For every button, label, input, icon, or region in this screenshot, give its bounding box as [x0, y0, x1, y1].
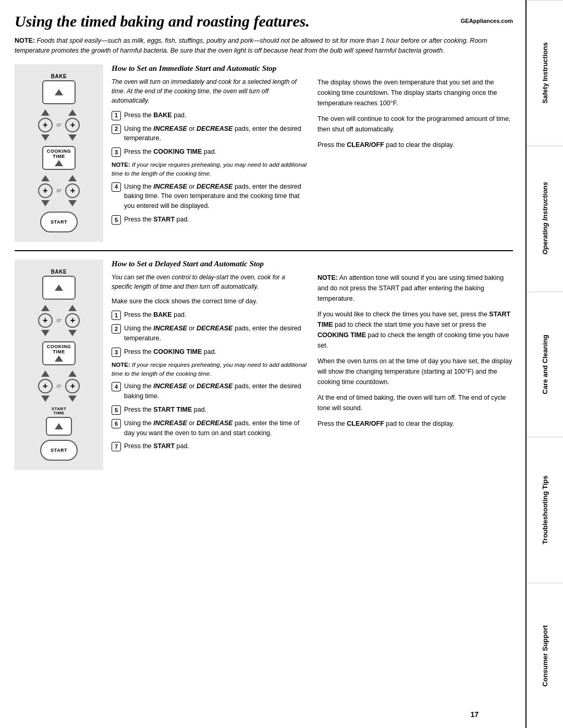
step-2-1: 1 Press the BAKE pad. — [112, 310, 307, 320]
section2-col-right: NOTE: An attention tone will sound if yo… — [317, 273, 513, 455]
cooking-time-arrow — [55, 160, 63, 166]
step-1-4: 4 Using the INCREASE or DECREASE pads, e… — [112, 182, 307, 211]
section-delayed-content: How to Set a Delayed Start and Automatic… — [112, 260, 513, 471]
cooking-time-diagram-2: COOKINGTIME — [42, 341, 76, 365]
sidebar-section-care: Care and Cleaning — [527, 291, 563, 437]
step-1-2: 2 Using the INCREASE or DECREASE pads, e… — [112, 124, 307, 144]
section-delayed: BAKE + or + — [15, 260, 513, 471]
center-circle-2: + — [65, 118, 80, 132]
section2-steps: 1 Press the BAKE pad. 2 Using the INCREA… — [112, 310, 307, 451]
section1-heading: How to Set an Immediate Start and Automa… — [112, 64, 513, 73]
start-time-diagram: STARTTIME — [46, 407, 72, 436]
start-button-diagram: START — [40, 212, 78, 232]
sidebar-section-safety: Safety Instructions — [527, 0, 563, 145]
section2-two-col: You can set the oven control to delay-st… — [112, 273, 513, 455]
center-circle: + — [38, 118, 53, 132]
step-2-2: 2 Using the INCREASE or DECREASE pads, e… — [112, 324, 307, 343]
inc-dec-row-3: + or + — [38, 304, 80, 337]
start-time-label: STARTTIME — [52, 407, 67, 416]
bake-button-diagram-2: BAKE — [42, 269, 76, 300]
sidebar-section-operating: Operating Instructions — [527, 145, 563, 291]
bake-arrow-up — [55, 89, 63, 95]
step-1-3: 3 Press the COOKING TIME pad. — [112, 147, 307, 157]
section-divider — [15, 250, 513, 251]
title-row: Using the timed baking and roasting feat… — [15, 13, 513, 32]
inc-dec-row-2: + or + — [38, 174, 80, 207]
section1-intro: The oven will turn on immediately and co… — [112, 77, 307, 105]
section1-steps: 1 Press the BAKE pad. 2 Using the INCREA… — [112, 110, 307, 225]
sidebar-section-consumer: Consumer Support — [527, 583, 563, 728]
start-button-diagram-2: START — [40, 440, 78, 461]
step-2-6: 6 Using the INCREASE or DECREASE pads, e… — [112, 418, 307, 438]
decrease-arrow — [41, 134, 50, 141]
page-number: 17 — [470, 710, 479, 719]
step-2-4: 4 Using the INCREASE or DECREASE pads, e… — [112, 381, 307, 401]
inc-dec-row-1: + or + — [38, 108, 80, 142]
decrease-arrow-2 — [68, 134, 77, 141]
section2-col-left: You can set the oven control to delay-st… — [112, 273, 307, 455]
diagram-delayed: BAKE + or + — [15, 260, 103, 471]
increase-arrow-2 — [68, 109, 77, 116]
section-immediate: BAKE + or + — [15, 64, 513, 242]
step-2-7: 7 Press the START pad. — [112, 441, 307, 451]
inc-dec-row-4: + or + — [38, 369, 80, 403]
section2-clock-note: Make sure the clock shows the correct ti… — [112, 297, 307, 306]
section1-two-col: The oven will turn on immediately and co… — [112, 77, 513, 228]
main-content: Using the timed baking and roasting feat… — [0, 0, 525, 728]
step-1-1: 1 Press the BAKE pad. — [112, 110, 307, 120]
diagram-immediate: BAKE + or + — [15, 64, 103, 242]
section1-col-right: The display shows the oven temperature t… — [317, 77, 513, 228]
bake-button-diagram: BAKE — [42, 73, 76, 104]
step-2-5: 5 Press the START TIME pad. — [112, 405, 307, 415]
section2-note: NOTE: If your recipe requires preheating… — [112, 361, 307, 379]
step-1-5: 5 Press the START pad. — [112, 215, 307, 225]
section1-note: NOTE: If your recipe requires preheating… — [112, 161, 307, 179]
section2-intro: You can set the oven control to delay-st… — [112, 273, 307, 291]
section-immediate-content: How to Set an Immediate Start and Automa… — [112, 64, 513, 242]
cooking-time-diagram: COOKINGTIME — [42, 146, 76, 170]
section1-col-left: The oven will turn on immediately and co… — [112, 77, 307, 228]
sidebar-section-troubleshooting: Troubleshooting Tips — [527, 437, 563, 582]
increase-arrow — [41, 109, 50, 116]
right-sidebar: Safety Instructions Operating Instructio… — [525, 0, 563, 728]
website-label: GEAppliances.com — [461, 18, 513, 24]
main-note: NOTE: Foods that spoil easily—such as mi… — [15, 36, 513, 56]
step-2-3: 3 Press the COOKING TIME pad. — [112, 347, 307, 357]
section2-heading: How to Set a Delayed Start and Automatic… — [112, 260, 513, 268]
page-title: Using the timed baking and roasting feat… — [15, 13, 310, 30]
